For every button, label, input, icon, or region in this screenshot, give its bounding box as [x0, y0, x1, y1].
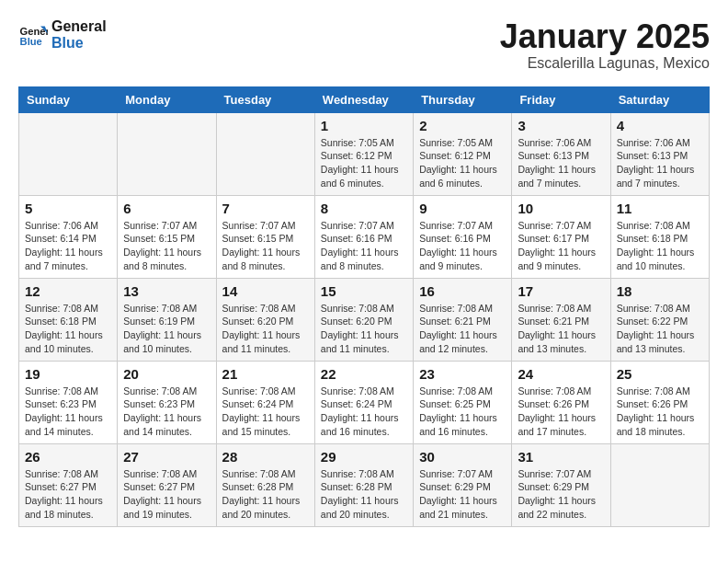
calendar-cell: 6Sunrise: 7:07 AM Sunset: 6:15 PM Daylig… [118, 195, 216, 278]
day-number: 12 [25, 283, 111, 299]
day-info: Sunrise: 7:06 AM Sunset: 6:13 PM Dayligh… [518, 136, 604, 190]
calendar-title: January 2025 [500, 18, 710, 55]
day-number: 23 [419, 366, 506, 382]
day-number: 28 [222, 449, 309, 465]
day-number: 29 [321, 449, 407, 465]
day-number: 1 [321, 118, 407, 133]
day-info: Sunrise: 7:07 AM Sunset: 6:15 PM Dayligh… [123, 219, 210, 273]
header-saturday: Saturday [610, 86, 709, 112]
day-info: Sunrise: 7:08 AM Sunset: 6:28 PM Dayligh… [321, 467, 407, 522]
calendar-week-row: 12Sunrise: 7:08 AM Sunset: 6:18 PM Dayli… [19, 278, 710, 361]
calendar-cell: 10Sunrise: 7:07 AM Sunset: 6:17 PM Dayli… [512, 195, 610, 278]
calendar-cell: 30Sunrise: 7:07 AM Sunset: 6:29 PM Dayli… [414, 443, 512, 526]
day-info: Sunrise: 7:08 AM Sunset: 6:21 PM Dayligh… [518, 302, 604, 356]
logo-text-general: General [51, 18, 107, 35]
day-number: 20 [123, 366, 210, 382]
calendar-cell: 9Sunrise: 7:07 AM Sunset: 6:16 PM Daylig… [414, 195, 512, 278]
header-monday: Monday [118, 86, 216, 112]
calendar-cell: 18Sunrise: 7:08 AM Sunset: 6:22 PM Dayli… [610, 278, 709, 361]
calendar-week-row: 5Sunrise: 7:06 AM Sunset: 6:14 PM Daylig… [19, 195, 710, 278]
calendar-header-row: SundayMondayTuesdayWednesdayThursdayFrid… [19, 86, 710, 112]
calendar-cell: 28Sunrise: 7:08 AM Sunset: 6:28 PM Dayli… [216, 443, 314, 526]
day-number: 22 [321, 366, 407, 382]
calendar-cell: 14Sunrise: 7:08 AM Sunset: 6:20 PM Dayli… [216, 278, 314, 361]
day-number: 16 [419, 283, 506, 299]
day-number: 24 [518, 366, 604, 382]
calendar-cell: 22Sunrise: 7:08 AM Sunset: 6:24 PM Dayli… [314, 361, 413, 443]
day-number: 26 [25, 449, 111, 465]
logo-icon: General Blue [18, 20, 48, 50]
day-info: Sunrise: 7:05 AM Sunset: 6:12 PM Dayligh… [321, 136, 407, 190]
calendar-week-row: 1Sunrise: 7:05 AM Sunset: 6:12 PM Daylig… [19, 112, 710, 195]
day-info: Sunrise: 7:08 AM Sunset: 6:24 PM Dayligh… [222, 385, 309, 439]
logo-text-blue: Blue [51, 35, 107, 52]
day-number: 30 [419, 449, 506, 465]
day-number: 4 [617, 118, 703, 133]
day-number: 13 [123, 283, 210, 299]
calendar-week-row: 19Sunrise: 7:08 AM Sunset: 6:23 PM Dayli… [19, 361, 710, 443]
calendar-cell: 23Sunrise: 7:08 AM Sunset: 6:25 PM Dayli… [414, 361, 512, 443]
calendar-cell [216, 112, 314, 195]
header-wednesday: Wednesday [314, 86, 413, 112]
calendar-cell [19, 112, 118, 195]
calendar-cell: 16Sunrise: 7:08 AM Sunset: 6:21 PM Dayli… [414, 278, 512, 361]
calendar-cell: 12Sunrise: 7:08 AM Sunset: 6:18 PM Dayli… [19, 278, 118, 361]
day-number: 17 [518, 283, 604, 299]
calendar-cell: 11Sunrise: 7:08 AM Sunset: 6:18 PM Dayli… [610, 195, 709, 278]
calendar-cell: 31Sunrise: 7:07 AM Sunset: 6:29 PM Dayli… [512, 443, 610, 526]
day-info: Sunrise: 7:08 AM Sunset: 6:19 PM Dayligh… [123, 302, 210, 356]
day-info: Sunrise: 7:07 AM Sunset: 6:16 PM Dayligh… [419, 219, 506, 273]
calendar-cell: 25Sunrise: 7:08 AM Sunset: 6:26 PM Dayli… [610, 361, 709, 443]
header-friday: Friday [512, 86, 610, 112]
day-info: Sunrise: 7:07 AM Sunset: 6:17 PM Dayligh… [518, 219, 604, 273]
day-info: Sunrise: 7:08 AM Sunset: 6:26 PM Dayligh… [617, 385, 703, 439]
calendar-cell: 19Sunrise: 7:08 AM Sunset: 6:23 PM Dayli… [19, 361, 118, 443]
calendar-cell: 8Sunrise: 7:07 AM Sunset: 6:16 PM Daylig… [314, 195, 413, 278]
header-sunday: Sunday [19, 86, 118, 112]
day-number: 6 [123, 201, 210, 216]
calendar-subtitle: Escalerilla Lagunas, Mexico [500, 55, 710, 72]
day-number: 21 [222, 366, 309, 382]
day-info: Sunrise: 7:06 AM Sunset: 6:13 PM Dayligh… [617, 136, 703, 190]
day-info: Sunrise: 7:08 AM Sunset: 6:23 PM Dayligh… [123, 385, 210, 439]
calendar-cell: 4Sunrise: 7:06 AM Sunset: 6:13 PM Daylig… [610, 112, 709, 195]
page-header: General Blue General Blue January 2025 E… [18, 18, 710, 72]
day-info: Sunrise: 7:08 AM Sunset: 6:27 PM Dayligh… [25, 467, 111, 522]
day-number: 18 [617, 283, 703, 299]
day-number: 10 [518, 201, 604, 216]
day-info: Sunrise: 7:08 AM Sunset: 6:23 PM Dayligh… [25, 385, 111, 439]
day-number: 7 [222, 201, 309, 216]
header-tuesday: Tuesday [216, 86, 314, 112]
day-number: 31 [518, 449, 604, 465]
day-number: 5 [25, 201, 111, 216]
calendar-week-row: 26Sunrise: 7:08 AM Sunset: 6:27 PM Dayli… [19, 443, 710, 526]
calendar-cell: 5Sunrise: 7:06 AM Sunset: 6:14 PM Daylig… [19, 195, 118, 278]
day-number: 11 [617, 201, 703, 216]
day-info: Sunrise: 7:08 AM Sunset: 6:18 PM Dayligh… [25, 302, 111, 356]
header-thursday: Thursday [414, 86, 512, 112]
day-number: 8 [321, 201, 407, 216]
calendar-cell: 24Sunrise: 7:08 AM Sunset: 6:26 PM Dayli… [512, 361, 610, 443]
day-info: Sunrise: 7:08 AM Sunset: 6:25 PM Dayligh… [419, 385, 506, 439]
day-info: Sunrise: 7:05 AM Sunset: 6:12 PM Dayligh… [419, 136, 506, 190]
calendar-cell: 15Sunrise: 7:08 AM Sunset: 6:20 PM Dayli… [314, 278, 413, 361]
day-info: Sunrise: 7:07 AM Sunset: 6:16 PM Dayligh… [321, 219, 407, 273]
day-number: 27 [123, 449, 210, 465]
calendar-cell: 7Sunrise: 7:07 AM Sunset: 6:15 PM Daylig… [216, 195, 314, 278]
calendar-cell: 3Sunrise: 7:06 AM Sunset: 6:13 PM Daylig… [512, 112, 610, 195]
day-info: Sunrise: 7:08 AM Sunset: 6:22 PM Dayligh… [617, 302, 703, 356]
calendar-cell: 21Sunrise: 7:08 AM Sunset: 6:24 PM Dayli… [216, 361, 314, 443]
calendar-cell [118, 112, 216, 195]
day-info: Sunrise: 7:08 AM Sunset: 6:18 PM Dayligh… [617, 219, 703, 273]
calendar-cell: 29Sunrise: 7:08 AM Sunset: 6:28 PM Dayli… [314, 443, 413, 526]
title-block: January 2025 Escalerilla Lagunas, Mexico [500, 18, 710, 72]
day-info: Sunrise: 7:07 AM Sunset: 6:29 PM Dayligh… [419, 467, 506, 522]
calendar-table: SundayMondayTuesdayWednesdayThursdayFrid… [18, 86, 710, 527]
calendar-cell: 2Sunrise: 7:05 AM Sunset: 6:12 PM Daylig… [414, 112, 512, 195]
day-number: 15 [321, 283, 407, 299]
calendar-cell: 20Sunrise: 7:08 AM Sunset: 6:23 PM Dayli… [118, 361, 216, 443]
calendar-cell: 27Sunrise: 7:08 AM Sunset: 6:27 PM Dayli… [118, 443, 216, 526]
logo: General Blue General Blue [18, 18, 107, 51]
day-number: 14 [222, 283, 309, 299]
day-number: 25 [617, 366, 703, 382]
